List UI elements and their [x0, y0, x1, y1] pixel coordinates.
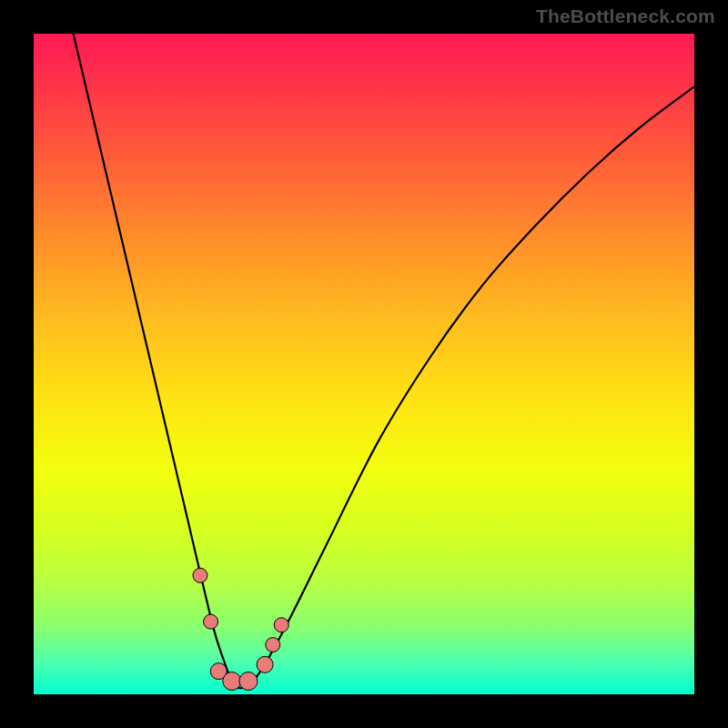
curve-layer: [34, 34, 694, 694]
marker-dot: [223, 672, 241, 690]
watermark-text: TheBottleneck.com: [536, 5, 715, 27]
marker-dot: [193, 568, 207, 582]
bottleneck-curve: [74, 34, 694, 688]
marker-dot: [266, 638, 280, 652]
marker-dot: [204, 614, 218, 629]
plot-area: [34, 34, 694, 694]
marker-dot: [274, 618, 288, 632]
chart-frame: TheBottleneck.com: [0, 0, 728, 728]
marker-dot: [257, 656, 273, 672]
marker-dot: [239, 672, 258, 690]
marker-group: [193, 568, 288, 690]
